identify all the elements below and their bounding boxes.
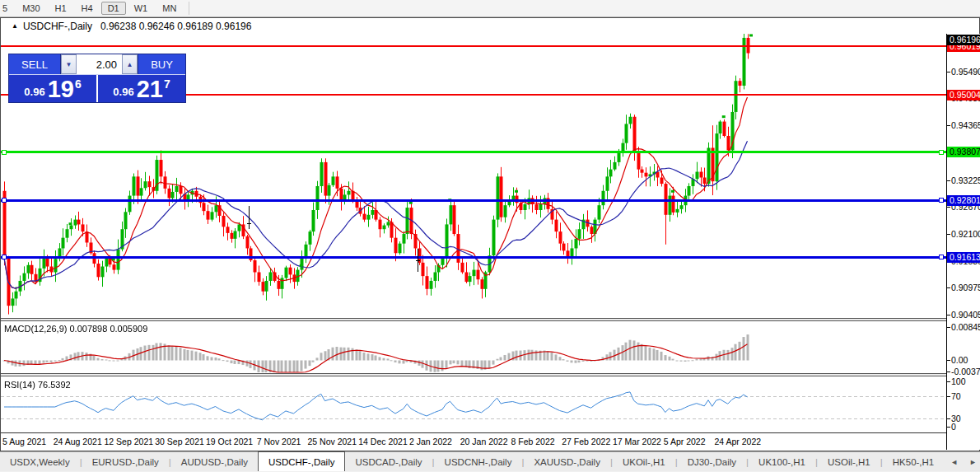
date-tick-label: 17 Mar 2022 <box>613 437 661 446</box>
sell-price[interactable]: 0.96 19 6 <box>9 75 98 102</box>
timeframe-toolbar: 5M30H1H4D1W1MN <box>0 0 980 17</box>
rsi-indicator-label: RSI(14) 76.5392 <box>4 380 71 390</box>
price-tick-label: 0.93225 <box>951 175 980 186</box>
plot-area: MACD(12,26,9) 0.007898 0.005909 RSI(14) … <box>1 34 946 450</box>
date-tick-label: 24 Aug 2021 <box>54 437 102 446</box>
sell-price-prefix: 0.96 <box>24 86 44 98</box>
chart-tab-ukoil[interactable]: UKOil-,H1 <box>613 452 675 471</box>
date-tick-label: 7 Nov 2021 <box>257 437 301 446</box>
chart-tab-usdx[interactable]: USDX,Weekly <box>0 452 80 471</box>
sell-button[interactable]: SELL <box>9 54 61 74</box>
chart-tab-audusd[interactable]: AUDUSD-,Daily <box>171 452 258 471</box>
volume-decrease-button[interactable]: ▼ <box>61 54 77 74</box>
date-tick-label: 14 Dec 2021 <box>358 437 408 446</box>
chart-tab-usoil[interactable]: USOil-,H1 <box>818 452 880 471</box>
buy-price-big: 21 <box>137 78 163 100</box>
buy-button[interactable]: BUY <box>138 54 185 74</box>
horizontal-line-0.93807[interactable] <box>1 151 946 153</box>
chart-title-row: ▲ USDCHF-,Daily 0.96238 0.96246 0.96189 … <box>1 18 979 34</box>
line-price-label: 0.93807 <box>947 147 980 157</box>
bid-ask-prices: 0.96 19 6 0.96 21 7 <box>9 75 185 102</box>
buy-price-pip: 7 <box>164 77 170 91</box>
date-tick-label: 27 Feb 2022 <box>562 437 610 446</box>
date-axis: 5 Aug 202124 Aug 202112 Sep 202130 Sep 2… <box>1 433 946 450</box>
tab-scroll-arrows: ◄► <box>950 452 977 471</box>
one-click-trading-panel: SELL ▼ 2.00 ▲ BUY 0.96 19 6 0.96 21 7 <box>8 54 186 103</box>
annotation-tick <box>247 223 251 224</box>
chart-tab-uk100[interactable]: UK100-,H1 <box>749 452 815 471</box>
price-axis: 0.954900.949350.943650.932250.926700.921… <box>946 34 980 450</box>
price-tick-label: 0.90975 <box>951 283 980 293</box>
timeframe-button-m30[interactable]: M30 <box>16 2 46 15</box>
chart-ohlc-readout: 0.96238 0.96246 0.96189 0.96196 <box>100 21 252 32</box>
timeframe-button-mn[interactable]: MN <box>156 2 183 15</box>
line-price-label: 0.91613 <box>947 252 980 263</box>
rsi-70-label: 70 <box>951 391 961 402</box>
date-tick-label: 30 Sep 2021 <box>155 437 204 446</box>
chart-tab-dj30[interactable]: DJ30-,Daily <box>678 452 746 471</box>
price-tick-label: 0.90405 <box>951 310 980 320</box>
rsi-0-label: 0 <box>951 422 956 432</box>
trading-app: 5M30H1H4D1W1MN ▲ USDCHF-,Daily 0.96238 0… <box>0 0 980 472</box>
price-tick-label: 0.94365 <box>951 120 980 131</box>
sell-price-big: 19 <box>48 78 74 100</box>
buy-price-prefix: 0.96 <box>113 86 133 98</box>
horizontal-line-0.91613[interactable] <box>1 256 946 259</box>
chart-tab-eurusd[interactable]: EURUSD-,Daily <box>82 452 169 471</box>
timeframe-button-5[interactable]: 5 <box>1 2 14 15</box>
line-price-label: 0.92801 <box>947 195 980 206</box>
chart-tab-xauusd[interactable]: XAUUSD-,Daily <box>524 452 610 471</box>
date-tick-label: 20 Jan 2022 <box>460 437 508 446</box>
date-tick-label: 2 Jan 2022 <box>409 437 452 446</box>
line-handle[interactable] <box>939 198 944 203</box>
timeframe-button-d1[interactable]: D1 <box>101 2 126 15</box>
trade-controls-row: SELL ▼ 2.00 ▲ BUY <box>9 54 185 75</box>
date-tick-label: 19 Oct 2021 <box>206 437 253 446</box>
annotation-tick <box>416 260 420 261</box>
chart-tab-usdcnh[interactable]: USDCNH-,Daily <box>435 452 522 471</box>
line-handle[interactable] <box>2 198 7 203</box>
chart-tab-usdcad[interactable]: USDCAD-,Daily <box>345 452 432 471</box>
date-tick-label: 5 Apr 2022 <box>664 437 706 446</box>
rsi-100-label: 100 <box>951 376 966 387</box>
macd-zero-label: 0.00 <box>951 355 968 366</box>
line-handle[interactable] <box>2 255 7 259</box>
line-handle[interactable] <box>2 150 7 155</box>
tab-scroll-left-icon[interactable]: ◄ <box>950 458 958 466</box>
tab-scroll-right-icon[interactable]: ► <box>969 458 977 466</box>
chart-tab-bar: USDX,Weekly|EURUSD-,Daily|AUDUSD-,DailyU… <box>0 451 980 471</box>
date-tick-label: 24 Apr 2022 <box>715 437 762 446</box>
date-tick-label: 5 Aug 2021 <box>2 437 46 446</box>
timeframe-button-h1[interactable]: H1 <box>49 2 73 15</box>
volume-input[interactable]: 2.00 <box>77 54 122 74</box>
buy-price[interactable]: 0.96 21 7 <box>98 75 185 102</box>
chart-symbol-title: USDCHF-,Daily <box>23 21 92 32</box>
collapse-triangle-icon[interactable]: ▲ <box>12 22 18 30</box>
current-bid-label: 0.96196 <box>947 35 980 45</box>
macd-max-label: 0.008455 <box>951 322 980 333</box>
price-tick-label: 0.95490 <box>951 67 980 77</box>
line-price-label: 0.95004 <box>947 90 980 100</box>
chart-window: ▲ USDCHF-,Daily 0.96238 0.96246 0.96189 … <box>0 17 980 451</box>
volume-increase-button[interactable]: ▲ <box>122 54 138 74</box>
timeframe-button-w1[interactable]: W1 <box>128 2 155 15</box>
price-tick-label: 0.92100 <box>951 229 980 240</box>
line-handle[interactable] <box>939 255 944 259</box>
date-tick-label: 8 Feb 2022 <box>511 437 555 446</box>
vertical-annotation-line[interactable] <box>418 249 418 272</box>
vertical-annotation-line[interactable] <box>249 206 250 229</box>
chart-tab-hk50[interactable]: HK50-,H1 <box>883 452 945 471</box>
horizontal-line-0.92801[interactable] <box>1 199 946 202</box>
toolbar-separator <box>189 2 189 15</box>
timeframe-button-h4[interactable]: H4 <box>75 2 100 15</box>
date-tick-label: 12 Sep 2021 <box>105 437 154 446</box>
chart-tab-usdchf[interactable]: USDCHF-,Daily <box>258 451 346 471</box>
sell-price-pip: 6 <box>75 77 82 91</box>
line-handle[interactable] <box>939 150 944 155</box>
horizontal-line-0.96019[interactable] <box>1 45 946 47</box>
macd-indicator-label: MACD(12,26,9) 0.007898 0.005909 <box>4 324 147 334</box>
date-tick-label: 25 Nov 2021 <box>308 437 357 446</box>
